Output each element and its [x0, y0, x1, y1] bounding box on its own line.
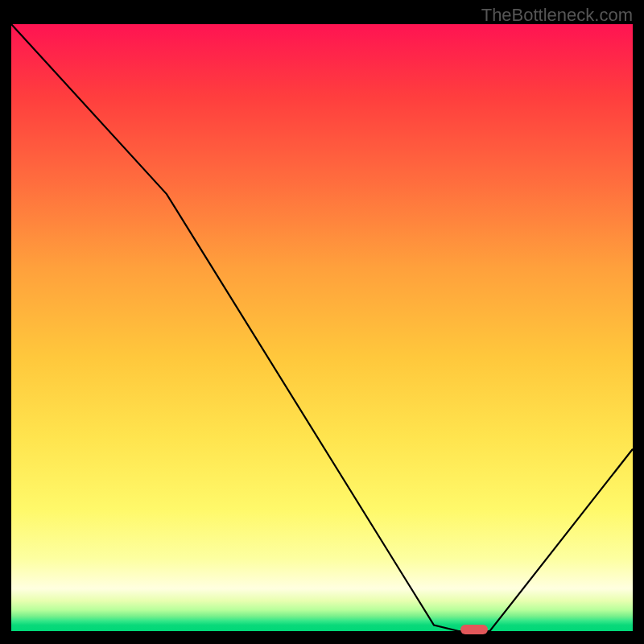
optimum-marker	[460, 625, 488, 634]
watermark-text: TheBottleneck.com	[481, 5, 633, 26]
chart-plot-area	[11, 24, 633, 631]
bottleneck-curve-path	[11, 24, 633, 631]
bottleneck-curve-svg	[11, 24, 633, 631]
